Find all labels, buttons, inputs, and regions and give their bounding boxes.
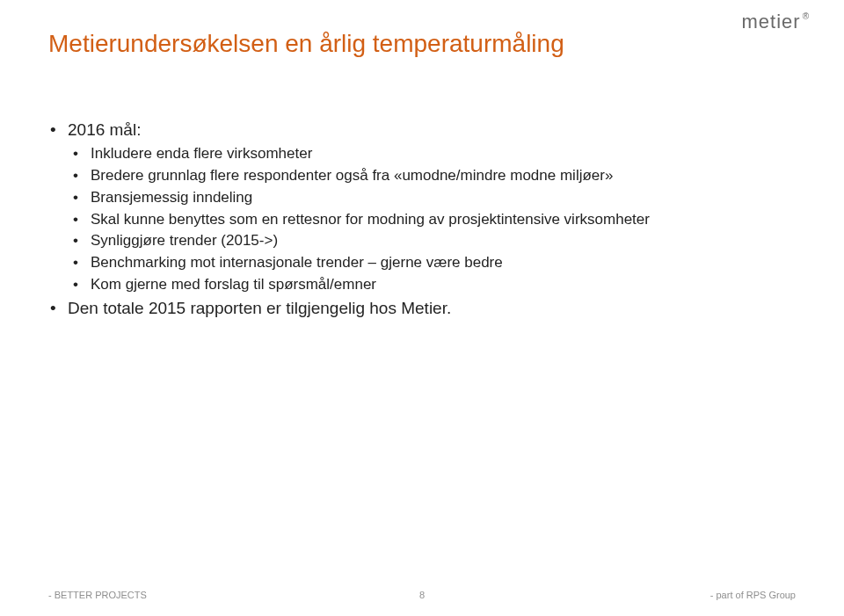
footer: - BETTER PROJECTS 8 - part of RPS Group xyxy=(0,590,844,600)
page-number: 8 xyxy=(419,590,425,600)
list-item: Kom gjerne med forslag til spørsmål/emne… xyxy=(68,275,796,294)
list-item: Den totale 2015 rapporten er tilgjengeli… xyxy=(48,298,796,319)
footer-left: - BETTER PROJECTS xyxy=(48,590,147,600)
list-item: Synliggjøre trender (2015->) xyxy=(68,231,796,250)
list-item: Bredere grunnlag flere respondenter også… xyxy=(68,166,796,185)
list-item: Inkludere enda flere virksomheter xyxy=(68,144,796,163)
slide: metier ® Metierundersøkelsen en årlig te… xyxy=(0,0,844,616)
list-item: Bransjemessig inndeling xyxy=(68,188,796,207)
page-title: Metierundersøkelsen en årlig temperaturm… xyxy=(48,30,796,58)
brand-name: metier xyxy=(742,11,801,33)
brand-registered: ® xyxy=(803,11,809,21)
brand-logo: metier ® xyxy=(742,11,810,33)
footer-right: - part of RPS Group xyxy=(710,590,796,600)
list-item: 2016 mål: Inkludere enda flere virksomhe… xyxy=(48,120,796,294)
list-item: Benchmarking mot internasjonale trender … xyxy=(68,253,796,272)
content-area: 2016 mål: Inkludere enda flere virksomhe… xyxy=(48,120,796,319)
list-heading: 2016 mål: xyxy=(68,120,141,139)
list-item: Skal kunne benyttes som en rettesnor for… xyxy=(68,210,796,229)
